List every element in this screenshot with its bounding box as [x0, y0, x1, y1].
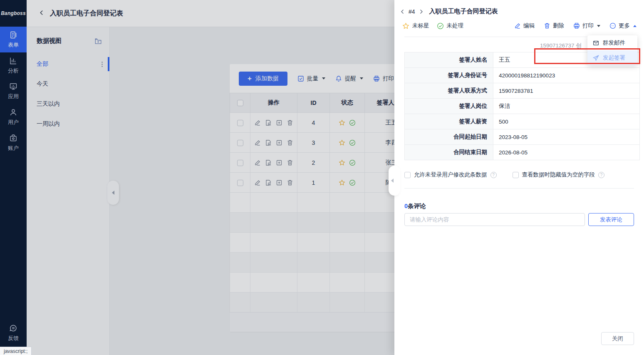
edit-icon — [514, 22, 521, 29]
creator-info: 15907126737 创 — [540, 42, 582, 50]
submit-comment-button[interactable]: 发表评论 — [588, 213, 634, 226]
field-row: 签署人岗位保洁 — [405, 99, 640, 114]
field-value: 保洁 — [493, 99, 640, 114]
chevron-up-icon — [633, 25, 637, 27]
expand-panel-handle[interactable] — [389, 166, 400, 196]
comments-count: 0条评论 — [404, 202, 426, 210]
app-window: 入职员工电子合同登记表 Bangboss 表单 分析 应用 用户 账户 反馈 — [0, 0, 644, 355]
hide-empty-fields-checkbox[interactable] — [513, 172, 519, 178]
star-flag-button[interactable]: 未标星 — [402, 22, 429, 30]
paper-plane-icon — [593, 55, 599, 61]
field-row: 合同起始日期2023-08-05 — [405, 129, 640, 145]
comment-input[interactable] — [404, 213, 585, 226]
menu-item-initiate-signing[interactable]: 发起签署 — [587, 50, 637, 65]
circle-check-icon — [437, 22, 444, 30]
help-icon[interactable]: ? — [490, 172, 497, 178]
field-value: 15907283781 — [493, 83, 640, 99]
trash-icon — [544, 22, 550, 29]
chevron-left-icon — [391, 179, 394, 183]
panel-title: 入职员工电子合同登记表 — [429, 7, 498, 15]
chevron-down-icon — [597, 25, 600, 27]
printer-icon — [573, 22, 580, 29]
more-circle-icon — [609, 22, 616, 29]
field-value: 420000198812190023 — [493, 68, 640, 83]
field-value: 500 — [493, 114, 640, 129]
edit-button[interactable]: 编辑 — [514, 22, 535, 30]
browser-status-bar: javascript:; — [0, 347, 32, 355]
process-flag-button[interactable]: 未处理 — [437, 22, 464, 30]
field-row: 签署人薪资500 — [405, 114, 640, 129]
menu-item-mass-mail[interactable]: 群发邮件 — [587, 35, 637, 50]
field-row: 签署人联系方式15907283781 — [405, 83, 640, 99]
field-value: 2023-08-05 — [493, 129, 640, 145]
option-allow-anon-edit: 允许未登录用户修改此条数据 ? — [404, 171, 497, 179]
next-record-icon[interactable] — [419, 9, 424, 14]
field-label: 签署人姓名 — [405, 52, 493, 68]
close-panel-button[interactable]: 关闭 — [601, 332, 634, 345]
field-label: 合同结束日期 — [405, 145, 493, 160]
allow-anon-edit-checkbox[interactable] — [404, 172, 411, 178]
record-number: #4 — [409, 8, 415, 15]
field-label: 签署人联系方式 — [405, 83, 493, 99]
field-label: 签署人岗位 — [405, 99, 493, 114]
field-row: 合同结束日期2026-08-05 — [405, 145, 640, 160]
divider — [404, 188, 634, 189]
field-label: 合同起始日期 — [405, 129, 493, 145]
more-dropdown-menu: 群发邮件 发起签署 — [587, 35, 637, 65]
prev-record-icon[interactable] — [400, 9, 405, 14]
record-fields-table: 签署人姓名王五签署人身份证号420000198812190023签署人联系方式1… — [404, 52, 640, 160]
field-label: 签署人身份证号 — [405, 68, 493, 83]
field-value: 2026-08-05 — [493, 145, 640, 160]
more-button[interactable]: 更多 — [609, 22, 637, 30]
help-icon[interactable]: ? — [598, 172, 604, 178]
option-hide-empty-fields: 查看数据时隐藏值为空的字段 ? — [513, 171, 605, 179]
record-detail-panel: #4 入职员工电子合同登记表 未标星 未处理 编辑 删除 — [394, 0, 644, 355]
delete-button[interactable]: 删除 — [544, 22, 564, 30]
field-row: 签署人身份证号420000198812190023 — [405, 68, 640, 83]
star-icon — [402, 22, 409, 30]
envelope-icon — [593, 40, 599, 46]
dim-overlay — [0, 0, 394, 355]
print-button[interactable]: 打印 — [573, 22, 600, 30]
field-label: 签署人薪资 — [405, 114, 493, 129]
